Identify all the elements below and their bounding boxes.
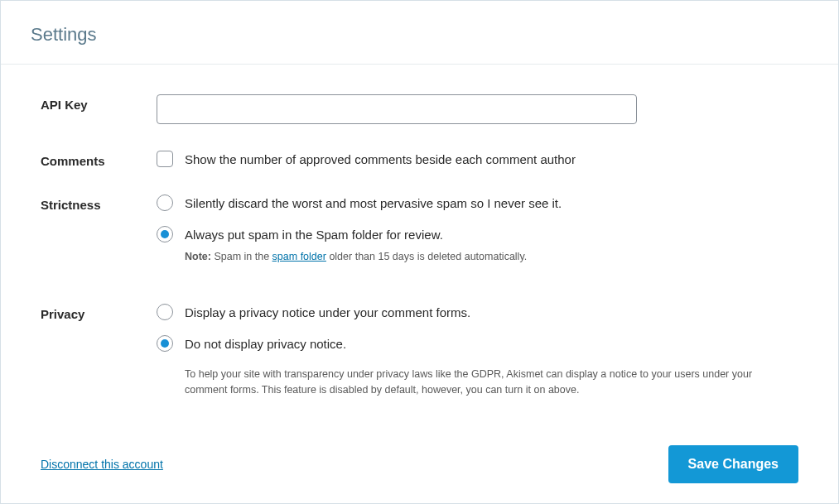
strictness-note-prefix: Note:: [185, 251, 211, 262]
panel-footer: Disconnect this account Save Changes: [41, 445, 798, 483]
comments-row: Comments Show the number of approved com…: [41, 151, 798, 168]
privacy-row: Privacy Display a privacy notice under y…: [41, 304, 798, 398]
strictness-radio-discard-label: Silently discard the worst and most perv…: [185, 196, 562, 210]
strictness-radio-discard[interactable]: [157, 194, 173, 211]
strictness-radio-review-label: Always put spam in the Spam folder for r…: [185, 228, 443, 242]
settings-panel: Settings API Key Comments Show the numbe…: [0, 0, 839, 504]
privacy-radio-display[interactable]: [157, 304, 173, 320]
comments-checkbox-row: Show the number of approved comments bes…: [157, 151, 798, 167]
panel-body: API Key Comments Show the number of appr…: [1, 65, 838, 441]
api-key-label: API Key: [41, 94, 157, 112]
privacy-radio-hide-label: Do not display privacy notice.: [185, 337, 346, 351]
page-title: Settings: [31, 24, 808, 46]
strictness-content: Silently discard the worst and most perv…: [157, 194, 798, 277]
strictness-row: Strictness Silently discard the worst an…: [41, 194, 798, 277]
comments-label: Comments: [41, 151, 157, 168]
privacy-radio-hide[interactable]: [157, 335, 173, 352]
strictness-option-discard: Silently discard the worst and most perv…: [157, 194, 798, 211]
comments-checkbox-label: Show the number of approved comments bes…: [185, 152, 576, 166]
strictness-option-review: Always put spam in the Spam folder for r…: [157, 226, 798, 242]
strictness-radio-review[interactable]: [157, 226, 173, 242]
privacy-label: Privacy: [41, 304, 157, 321]
privacy-radio-display-label: Display a privacy notice under your comm…: [185, 305, 470, 319]
disconnect-account-link[interactable]: Disconnect this account: [41, 458, 163, 471]
spam-folder-link[interactable]: spam folder: [272, 251, 326, 262]
api-key-row: API Key: [41, 94, 798, 124]
save-changes-button[interactable]: Save Changes: [668, 445, 798, 483]
comments-checkbox[interactable]: [157, 151, 173, 167]
strictness-note-after: older than 15 days is deleted automatica…: [326, 251, 527, 262]
privacy-content: Display a privacy notice under your comm…: [157, 304, 798, 398]
privacy-helper-text: To help your site with transparency unde…: [185, 367, 781, 398]
api-key-input[interactable]: [157, 94, 637, 124]
api-key-content: [157, 94, 798, 124]
strictness-label: Strictness: [41, 194, 157, 212]
privacy-option-hide: Do not display privacy notice.: [157, 335, 798, 352]
privacy-option-display: Display a privacy notice under your comm…: [157, 304, 798, 320]
comments-content: Show the number of approved comments bes…: [157, 151, 798, 167]
panel-header: Settings: [1, 1, 838, 65]
strictness-note-before: Spam in the: [211, 251, 272, 262]
strictness-note: Note: Spam in the spam folder older than…: [185, 251, 798, 262]
